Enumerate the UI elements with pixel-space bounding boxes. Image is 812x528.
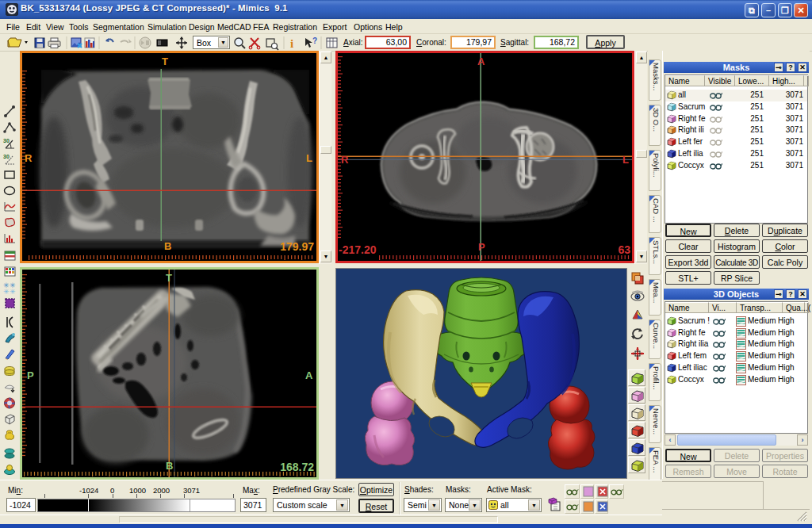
svg-text:i: i bbox=[290, 37, 293, 50]
svg-text:30: 30 bbox=[3, 154, 10, 159]
svg-text:✳: ✳ bbox=[3, 288, 10, 295]
svg-text:?: ? bbox=[312, 36, 317, 45]
svg-text:✳: ✳ bbox=[10, 288, 16, 295]
svg-text:30: 30 bbox=[3, 138, 10, 143]
